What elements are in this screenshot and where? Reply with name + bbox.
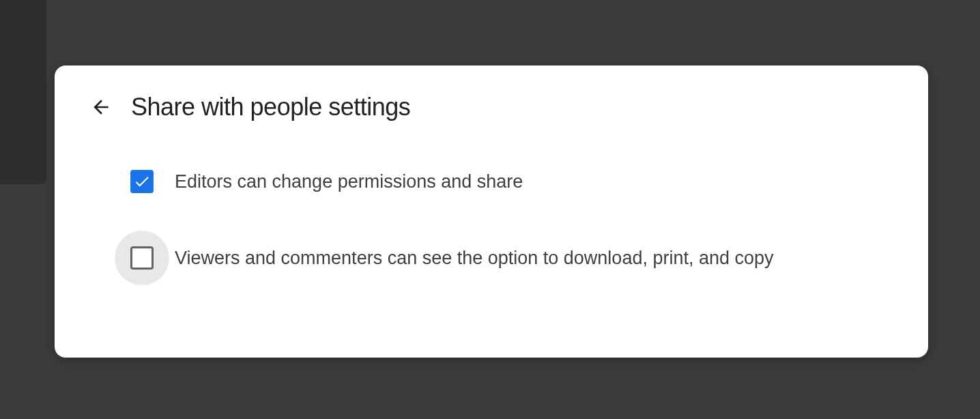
checkmark-icon xyxy=(133,173,151,190)
side-panel xyxy=(0,0,46,184)
back-button[interactable] xyxy=(87,93,115,121)
dialog-title: Share with people settings xyxy=(131,93,410,121)
arrow-left-icon xyxy=(90,96,112,118)
checkbox-viewers-download[interactable] xyxy=(130,246,154,270)
share-settings-dialog: Share with people settings Editors can c… xyxy=(55,66,928,358)
options-list: Editors can change permissions and share… xyxy=(87,154,895,285)
checkbox-editors-permissions[interactable] xyxy=(130,170,154,193)
dialog-header: Share with people settings xyxy=(87,93,895,121)
option-label: Viewers and commenters can see the optio… xyxy=(175,248,774,269)
option-editors-permissions: Editors can change permissions and share xyxy=(128,154,895,209)
option-viewers-download: Viewers and commenters can see the optio… xyxy=(128,231,895,285)
checkbox-wrapper xyxy=(115,154,169,209)
option-label: Editors can change permissions and share xyxy=(175,171,523,192)
checkbox-wrapper xyxy=(115,231,169,285)
